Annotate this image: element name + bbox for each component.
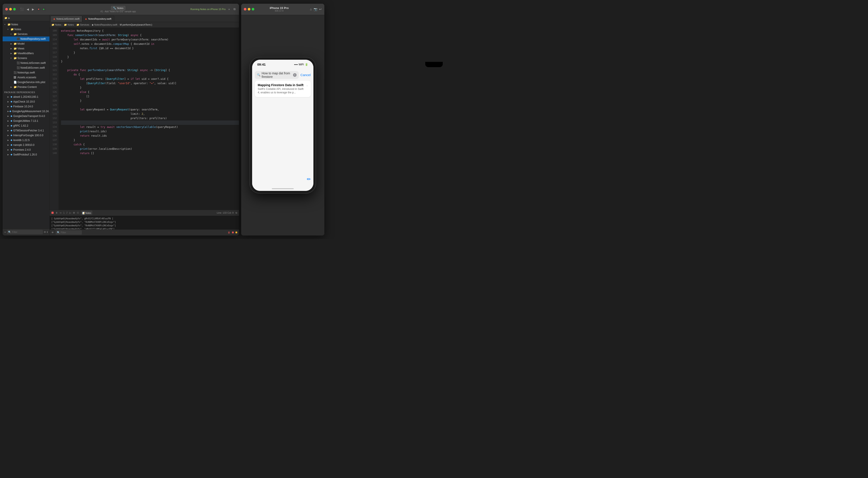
tree-arrow: ▶ — [7, 139, 10, 141]
tree-item-assets[interactable]: 🖼 Assets.xcassets — [3, 75, 50, 80]
code-line: let documentIds = await performQuery(sea… — [61, 37, 239, 42]
tab-noteslist[interactable]: ◆ NotesListScreen.swift — [51, 16, 83, 22]
sim-minimize-button[interactable] — [248, 8, 250, 10]
tree-item-screens[interactable]: ▾ 📁 Screens — [3, 56, 50, 61]
pkg-label: GoogleUtilities 7.13.1 — [13, 120, 38, 123]
tree-item-noteslist[interactable]: ⬛ NotesListScreen.swift — [3, 61, 50, 65]
tree-item-notesrepo[interactable]: ⬛ NotesRepository.swift — [3, 36, 50, 41]
tree-arrow: ▾ — [10, 33, 13, 35]
line-number: 132 — [51, 116, 57, 121]
tree-arrow: ▾ — [7, 28, 10, 30]
code-line: limit: 2, — [61, 112, 239, 116]
breadcrumb-notes2[interactable]: 📁 Notes — [64, 24, 74, 26]
tree-item-pkg[interactable]: ▶ ◆ Promises 2.4.0 — [3, 147, 50, 152]
continue-icon[interactable]: ▷ — [69, 211, 71, 214]
minimize-button[interactable] — [9, 8, 12, 10]
tree-item-plist[interactable]: 📄 GoogleService-Info.plist — [3, 80, 50, 84]
step-out-icon[interactable]: ⤴ — [66, 211, 68, 214]
tree-item-noteedit[interactable]: ⬛ NoteEditScreen.swift — [3, 65, 50, 70]
back-icon[interactable]: ◀ — [26, 7, 30, 11]
sim-traffic-lights — [244, 8, 254, 10]
home-icon[interactable]: ⌂ — [310, 7, 312, 11]
run-button[interactable]: ▶ — [42, 7, 46, 11]
breadcrumb-file[interactable]: ◆ NotesRepository.swift — [92, 24, 117, 26]
console-filter-input[interactable]: 🔍 Filter — [56, 230, 82, 235]
console-line: [ GybbVqm9jHoaodmwVpYv", gMrO1fIiXMS4l40… — [52, 217, 237, 220]
tree-item-preview[interactable]: ▶ 📁 Preview Content — [3, 84, 50, 90]
line-number: 131 — [51, 112, 57, 116]
screenshot-icon[interactable]: 📷 — [314, 7, 317, 11]
tree-item-pkg[interactable]: ▶ ◆ AppCheck 10.19.0 — [3, 99, 50, 104]
tree-arrow: ▶ — [10, 47, 13, 49]
step-over-icon[interactable]: ⤼ — [60, 211, 62, 214]
step-in-icon[interactable]: ⤵ — [63, 211, 65, 214]
tree-item-views[interactable]: ▶ 📁 Views — [3, 46, 50, 51]
tree-item-pkg[interactable]: ▶ ◆ InteropForGoogle 100.0.0 — [3, 133, 50, 138]
tree-item-pkg[interactable]: ▶ ◆ Firebase 10.24.0 — [3, 104, 50, 109]
sim-maximize-button[interactable] — [252, 8, 254, 10]
code-content[interactable]: extension NotesRepository { func semanti… — [58, 28, 239, 210]
maximize-button[interactable] — [13, 8, 16, 10]
eye-icon[interactable]: 👁 — [52, 231, 54, 234]
tree-item-pkg[interactable]: ▶ ◆ leveldb 1.22.5 — [3, 138, 50, 143]
tree-item-pkg[interactable]: ▶ ◆ GTMSessionFetcher 3.4.1 — [3, 128, 50, 133]
tree-item-pkg[interactable]: ▶ ◆ nanopb 2.30910.0 — [3, 143, 50, 147]
editor-area: ◆ NotesListScreen.swift ◆ NotesRepositor… — [50, 15, 239, 236]
split-editor-icon[interactable]: ⧉ — [232, 7, 236, 11]
tree-item-pkg[interactable]: ▶ ◆ GoogleDataTransport 9.4.0 — [3, 114, 50, 118]
tree-item-pkg[interactable]: ▶ ◆ GoogleAppMeasurement 10.24.0 — [3, 109, 50, 114]
tree-item-notes-root[interactable]: ▾ 📁 Notes — [3, 22, 50, 27]
tree-item-pkg[interactable]: ▶ ◆ gRPC 1.62.2 — [3, 123, 50, 128]
tree-item-pkg[interactable]: ▶ ◆ SwiftProtobuf 1.26.0 — [3, 152, 50, 157]
tree-label: Notes — [11, 23, 18, 26]
tree-item-pkg[interactable]: ▶ ◆ GoogleUtilities 7.13.1 — [3, 118, 50, 123]
tree-item-services[interactable]: ▾ 📁 Services — [3, 32, 50, 36]
code-line: let result = try await vectorSearchQuery… — [61, 125, 239, 129]
code-line: let queryRequest = QueryRequest(query: s… — [61, 107, 239, 112]
tree-item-notesapp[interactable]: ⬛ NotesApp.swift — [3, 70, 50, 75]
code-line: } — [61, 50, 239, 55]
thread-icon[interactable]: ⏲ — [77, 211, 79, 214]
breadcrumb-notes[interactable]: 📁 Notes — [52, 24, 62, 26]
line-number: 126 — [51, 90, 57, 94]
code-line: [] — [61, 94, 239, 99]
breadcrumb-func[interactable]: M performQuery(searchTerm:) — [120, 24, 152, 26]
tree-arrow: ▶ — [7, 149, 10, 151]
code-editor[interactable]: 1081091141151161171181191201211221231241… — [50, 28, 239, 210]
tree-label: NotesListScreen.swift — [21, 62, 46, 65]
info-icon[interactable]: ℹ — [47, 231, 48, 234]
pause-icon[interactable]: ⏸ — [55, 211, 58, 214]
sim-close-button[interactable] — [244, 8, 246, 10]
search-input[interactable]: How to map dat from firestore — [262, 71, 292, 78]
clear-button[interactable]: ✕ — [293, 73, 297, 77]
scheme-selector[interactable]: 🔧 Notes — [111, 6, 125, 10]
tree-item-model[interactable]: ▶ 📁 Model — [3, 41, 50, 46]
tree-item-notes[interactable]: ▾ 📁 Notes — [3, 27, 50, 32]
stop-button[interactable]: ■ — [37, 7, 41, 11]
settings-icon[interactable]: ⚙ — [44, 231, 46, 234]
filter-bar[interactable]: 🔍 Filter — [7, 230, 43, 234]
add-file-icon[interactable]: + — [4, 231, 6, 234]
tree-label: NotesRepository.swift — [21, 37, 46, 40]
tree-item-pkg[interactable]: ▶ ◆ abseil 1.202401160.1 — [3, 95, 50, 99]
tab-notesrepo[interactable]: ◆ NotesRepository.swift — [82, 16, 114, 22]
debug-icon[interactable]: ⚙ — [73, 211, 75, 214]
forward-icon[interactable]: ▶ — [31, 7, 35, 11]
compose-button[interactable]: ✏ — [307, 176, 311, 182]
pkg-icon: ◆ — [10, 143, 12, 146]
delete-icon[interactable]: 🗑 — [228, 231, 230, 234]
tree-label: ViewModifiers — [18, 52, 34, 55]
search-result-card[interactable]: Mapping Firestore Data in Swift Swift's … — [255, 81, 311, 97]
add-icon[interactable]: + — [227, 7, 231, 11]
cancel-button[interactable]: Cancel — [301, 73, 311, 77]
sidebar-toggle-icon[interactable]: ⬛ — [19, 7, 25, 11]
filter-label: Filter — [12, 231, 17, 233]
split-view-icon[interactable]: ⧉ — [236, 211, 237, 214]
breadcrumb-services[interactable]: 📁 Services — [76, 24, 89, 26]
line-number: 124 — [51, 81, 57, 86]
console-line: ["GybbVqm9jHoaodmwVpYv", "RnN8MnX7A98Fu1… — [52, 220, 237, 224]
tree-item-viewmodifiers[interactable]: ▶ 📁 ViewModifiers — [3, 51, 50, 56]
rotate-icon[interactable]: ↩ — [319, 7, 322, 11]
close-button[interactable] — [5, 8, 8, 10]
search-bar[interactable]: 🔍 How to map dat from firestore ✕ — [255, 71, 299, 79]
